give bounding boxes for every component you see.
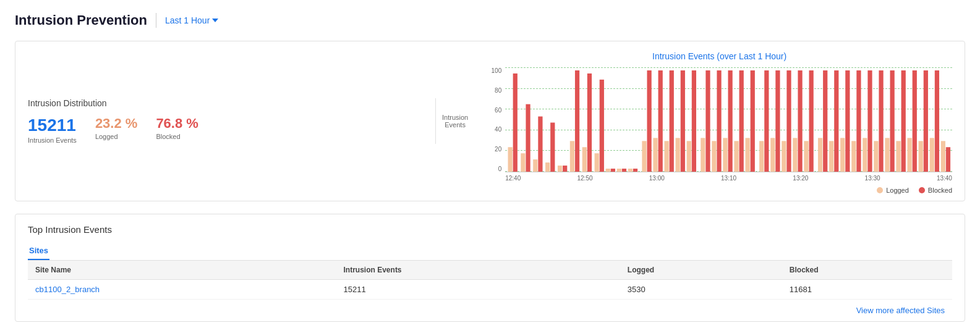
svg-rect-46 [782, 141, 786, 172]
svg-rect-36 [723, 138, 728, 172]
svg-rect-28 [676, 138, 680, 172]
logged-pct-value: 23.2 % [95, 117, 138, 130]
col-intrusion-events: Intrusion Events [336, 261, 620, 280]
total-events-value: 15211 [28, 117, 77, 134]
svg-rect-44 [770, 138, 775, 172]
svg-rect-37 [728, 70, 733, 172]
tab-row: Sites [28, 242, 952, 261]
svg-rect-23 [647, 70, 652, 172]
svg-rect-48 [793, 138, 798, 172]
legend-blocked-label: Blocked [928, 187, 952, 194]
svg-rect-17 [611, 169, 615, 172]
chart-inner [505, 67, 952, 172]
svg-rect-73 [935, 70, 939, 172]
svg-rect-57 [845, 70, 850, 172]
svg-rect-19 [622, 169, 626, 172]
stats-chart-row: Intrusion Distribution 15211 Intrusion E… [28, 51, 952, 191]
distribution-panel-title: Intrusion Distribution [28, 98, 423, 108]
svg-rect-38 [735, 141, 739, 172]
svg-rect-6 [545, 162, 550, 172]
y-axis: 100 80 60 40 20 0 [487, 67, 505, 172]
legend-blocked: Blocked [919, 187, 952, 194]
svg-rect-56 [840, 138, 845, 172]
header-row: Site Name Intrusion Events Logged Blocke… [28, 261, 952, 280]
svg-rect-40 [746, 138, 750, 172]
table-row: cb1100_2_branch 15211 3530 11681 [28, 280, 952, 300]
svg-rect-18 [617, 169, 621, 172]
svg-rect-53 [823, 70, 827, 172]
svg-rect-35 [717, 70, 722, 172]
svg-rect-74 [941, 141, 945, 172]
tab-sites[interactable]: Sites [28, 242, 49, 260]
svg-rect-12 [582, 147, 587, 172]
svg-rect-16 [606, 169, 610, 172]
table-wrapper: Site Name Intrusion Events Logged Blocke… [28, 261, 952, 321]
svg-rect-68 [908, 138, 912, 172]
svg-rect-59 [857, 70, 861, 172]
col-logged: Logged [620, 261, 782, 280]
svg-rect-75 [946, 147, 950, 172]
svg-rect-72 [930, 138, 934, 172]
svg-rect-52 [818, 138, 822, 172]
legend-logged-dot [877, 187, 883, 193]
svg-rect-25 [658, 70, 663, 172]
bar-chart-svg [505, 67, 952, 172]
svg-rect-55 [834, 70, 838, 172]
svg-rect-47 [787, 70, 791, 172]
page-container: Intrusion Prevention Last 1 Hour Intrusi… [0, 0, 980, 328]
legend-logged: Logged [877, 187, 909, 194]
svg-rect-13 [587, 74, 592, 172]
svg-rect-51 [809, 70, 814, 172]
header-divider [156, 13, 156, 28]
svg-rect-24 [654, 138, 658, 172]
view-more-row: View more affected Sites [28, 300, 952, 321]
cell-intrusion-events: 15211 [336, 280, 620, 300]
stats-row: 15211 Intrusion Events 23.2 % Logged 76.… [28, 117, 423, 144]
site-name-link[interactable]: cb1100_2_branch [35, 285, 100, 294]
blocked-pct-label: Blocked [156, 133, 198, 140]
legend-logged-label: Logged [886, 187, 909, 194]
svg-rect-67 [901, 70, 906, 172]
svg-rect-9 [563, 166, 567, 172]
svg-rect-20 [628, 169, 633, 172]
svg-rect-66 [897, 141, 901, 172]
svg-rect-34 [712, 141, 716, 172]
header: Intrusion Prevention Last 1 Hour [15, 12, 965, 28]
svg-rect-27 [670, 70, 674, 172]
svg-rect-3 [526, 104, 530, 172]
svg-rect-60 [863, 138, 867, 172]
time-selector[interactable]: Last 1 Hour [165, 15, 218, 25]
col-blocked: Blocked [782, 261, 952, 280]
stat-blocked: 76.8 % Blocked [156, 117, 198, 140]
svg-rect-21 [633, 169, 637, 172]
section-title: Top Intrusion Events [28, 224, 952, 235]
view-more-sites-link[interactable]: View more affected Sites [856, 306, 945, 315]
svg-rect-10 [570, 141, 574, 172]
svg-rect-31 [692, 70, 696, 172]
cell-logged: 3530 [620, 280, 782, 300]
svg-rect-8 [558, 166, 562, 172]
chart-legend: Logged Blocked [487, 187, 952, 194]
table-body: cb1100_2_branch 15211 3530 11681 [28, 280, 952, 300]
svg-rect-14 [595, 153, 599, 172]
svg-rect-7 [550, 122, 555, 172]
svg-rect-65 [890, 70, 895, 172]
svg-rect-42 [759, 141, 764, 172]
svg-rect-62 [874, 141, 879, 172]
svg-rect-30 [687, 141, 691, 172]
stat-logged: 23.2 % Logged [95, 117, 138, 140]
svg-rect-5 [539, 117, 543, 172]
events-axis-label: Intrusion Events [436, 114, 474, 128]
x-axis: 12:40 12:50 13:00 13:10 13:20 13:30 13:4… [487, 175, 952, 182]
svg-rect-71 [924, 70, 928, 172]
svg-rect-43 [764, 70, 769, 172]
svg-rect-49 [798, 70, 803, 172]
cell-blocked: 11681 [782, 280, 952, 300]
svg-rect-58 [851, 141, 856, 172]
svg-rect-70 [919, 141, 923, 172]
table-header: Site Name Intrusion Events Logged Blocke… [28, 261, 952, 280]
svg-rect-0 [508, 147, 513, 172]
stat-total-events: 15211 Intrusion Events [28, 117, 77, 144]
svg-rect-4 [533, 159, 537, 172]
svg-rect-11 [575, 70, 579, 172]
